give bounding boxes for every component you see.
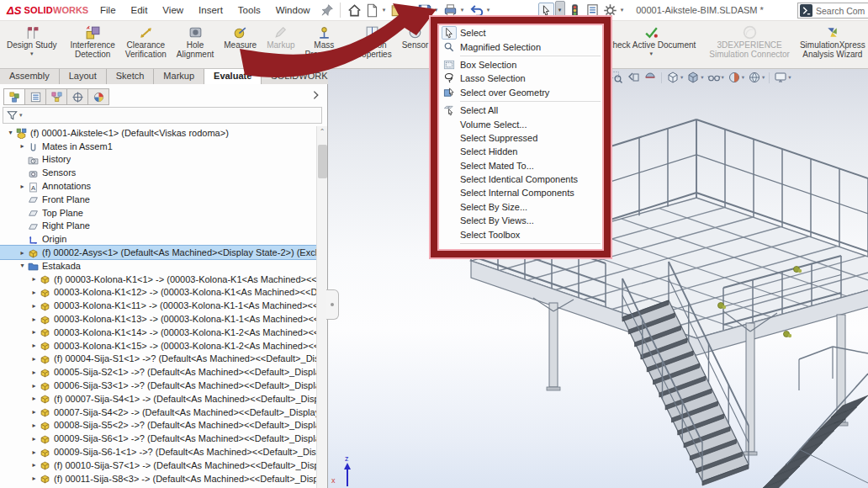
print-button[interactable]: ▾ [442,3,467,19]
file-properties-button[interactable] [585,3,601,19]
scrollbar-up-arrow[interactable]: ⌃ [317,126,327,138]
menu-tools[interactable]: Tools [230,0,268,20]
tab-sketch[interactable]: Sketch [107,69,155,84]
tree-expander-icon[interactable]: ▸ [29,369,40,376]
panel-tab-dimxpertmanager[interactable] [66,88,88,105]
new-document-button[interactable]: ▾ [364,3,389,19]
save-dropdown-arrow[interactable]: ▾ [432,7,441,13]
tree-item-f-00010-sija-s7-1-def[interactable]: ▸(f) 00010-Sija-S7<1> -> (Default<As Mac… [0,459,317,472]
tree-item-front-plane[interactable]: Front Plane [0,193,317,206]
panel-expand-chevron-icon[interactable] [310,89,322,101]
display-style-dropdown-arrow[interactable]: ▾ [701,74,703,81]
section-properties-button[interactable]: SectionProperties [348,24,397,59]
apply-scene-dropdown-arrow[interactable]: ▾ [762,74,765,81]
tree-expander-icon[interactable]: ▸ [29,342,40,349]
tree-item-origin[interactable]: Origin [0,232,317,246]
tree-expander-icon[interactable]: ▸ [29,328,40,336]
panel-splitter-handle[interactable] [326,289,339,320]
view-orientation-dropdown-arrow[interactable]: ▾ [680,74,683,81]
tree-expander-icon[interactable]: ▸ [29,316,40,323]
save-button[interactable]: ▾ [416,3,441,19]
scrollbar-thumb[interactable] [318,145,327,178]
tree-item-00003-kolona-k1-15-0000[interactable]: ▸00003-Kolona-K1<15> -> (00003-Kolona-K1… [0,339,317,353]
previous-view-button[interactable] [627,71,640,84]
tree-item-f-00007-sija-s4-1-def[interactable]: ▸(f) 00007-Sija-S4<1> -> (Default<As Mac… [0,392,317,406]
design-study-button[interactable]: Design Study▾ [2,24,61,57]
tree-expander-icon[interactable]: ▸ [17,249,28,257]
tree-item-f-00002-asys-1-default[interactable]: ▸(f) 00002-Asys<1> (Default<As Machined>… [0,246,317,259]
clearance-verification-button[interactable]: ClearanceVerification [120,24,172,59]
tree-item-history[interactable]: History [0,153,317,167]
tree-item-annotations[interactable]: ▸AAnnotations [0,179,317,193]
hole-alignment-button[interactable]: HoleAlignment [172,24,219,59]
tree-item-00003-kolona-k1-13-0000[interactable]: ▸00003-Kolona-K1<13> -> (00003-Kolona-K1… [0,312,317,326]
hide-show-items-dropdown-arrow[interactable]: ▾ [722,74,724,81]
simulationxpress-wizard-button[interactable]: SimulationXpressAnalysis Wizard [795,24,868,59]
tree-item-f-00001-aikstele-1-defa[interactable]: ▾(f) 00001-Aikstele<1> (Default<Viskas r… [0,126,317,140]
tree-expander-icon[interactable]: ▸ [29,422,40,429]
home-button[interactable] [347,3,363,19]
undo-button[interactable]: ▾ [468,3,493,19]
open-button[interactable]: ▾ [390,3,415,19]
view-settings-dropdown-arrow[interactable]: ▾ [788,74,791,81]
tree-item-mates-in-assem1[interactable]: ▸Mates in Assem1 [0,140,317,153]
sensor-button[interactable]: Sensor [397,24,434,50]
tab-assembly[interactable]: Assembly [0,69,60,84]
tree-item-right-plane[interactable]: Right Plane [0,220,317,233]
check-active-document-button[interactable]: Check Active Document▾ [601,24,701,57]
apply-scene-button[interactable]: ▾ [748,71,765,84]
tree-item-00003-kolona-k1-11-0000[interactable]: ▸00003-Kolona-K1<11> -> (00003-Kolona-K1… [0,299,317,312]
tree-item-00003-kolona-k1-12-0000[interactable]: ▸00003-Kolona-K1<12> -> (00003-Kolona-K1… [0,286,317,300]
tree-item-00008-sija-s5-2-defaul[interactable]: ▸00008-Sija-S5<2> ->? (Default<As Machin… [0,419,317,432]
tree-expander-icon[interactable]: ▾ [17,262,28,269]
tree-item-00003-kolona-k1-14-0000[interactable]: ▸00003-Kolona-K1<14> -> (00003-Kolona-K1… [0,326,317,339]
tree-item-top-plane[interactable]: Top Plane [0,206,317,220]
mass-properties-button[interactable]: MassProperties [300,24,349,59]
menu-window[interactable]: Window [268,0,318,20]
tree-item-f-00004-sija-s1-1-de[interactable]: ▸(f) 00004-Sija-S1<1> ->? (Default<As Ma… [0,353,317,366]
rebuild-button[interactable] [567,3,583,19]
new-document-dropdown-arrow[interactable]: ▾ [380,7,389,13]
view-settings-button[interactable]: ▾ [774,71,791,84]
undo-dropdown-arrow[interactable]: ▾ [484,7,493,13]
edit-appearance-button[interactable]: ▾ [728,71,744,84]
tab-evaluate[interactable]: Evaluate [204,69,262,84]
tree-expander-icon[interactable]: ▸ [17,142,28,150]
tree-item-f-00011-sija-s8-3-def[interactable]: ▸(f) 00011-Sija-S8<3> -> (Default<As Mac… [0,472,317,485]
tree-item-00006-sija-s3-1-defaul[interactable]: ▸00006-Sija-S3<1> ->? (Default<As Machin… [0,379,317,392]
tree-expander-icon[interactable]: ▸ [29,275,40,283]
print-dropdown-arrow[interactable]: ▾ [458,7,467,13]
hide-show-items-button[interactable]: ▾ [707,71,724,84]
tree-expander-icon[interactable]: ▸ [29,461,40,469]
tree-item-00009-sija-s6-1-defaul[interactable]: ▸00009-Sija-S6<1> ->? (Default<As Machin… [0,432,317,445]
tree-expander-icon[interactable]: ▸ [29,395,40,402]
view-orientation-button[interactable]: ▾ [666,71,683,84]
tree-expander-icon[interactable]: ▸ [29,435,40,443]
tree-expander-icon[interactable]: ▸ [29,355,40,363]
design-study-dropdown-arrow[interactable]: ▾ [30,50,34,57]
tree-expander-icon[interactable]: ▸ [29,448,40,456]
panel-tab-featuremanager[interactable] [3,88,25,105]
edit-appearance-dropdown-arrow[interactable]: ▾ [742,74,744,81]
menu-file[interactable]: File [93,0,124,20]
panel-tab-propertymanager[interactable] [24,88,46,105]
tab-layout[interactable]: Layout [60,69,107,84]
menu-edit[interactable]: Edit [124,0,156,20]
tree-expander-icon[interactable]: ▸ [29,302,40,310]
tree-item-00005-sija-s2-1-defaul[interactable]: ▸00005-Sija-S2<1> ->? (Default<As Machin… [0,365,317,379]
section-view-button[interactable] [643,71,657,84]
tree-item-00009-sija-s6-1-1-defa[interactable]: ▸00009-Sija-S6-1<1> ->? (Default<As Mach… [0,445,317,459]
tree-expander-icon[interactable]: ▸ [29,408,40,416]
panel-tab-configurationmanager[interactable] [45,88,67,105]
check-active-document-dropdown-arrow[interactable]: ▾ [649,50,653,57]
tree-filter-row[interactable]: ▾ [3,107,322,124]
zoom-area-button[interactable] [610,71,623,84]
display-style-button[interactable]: ▾ [686,71,703,84]
menu-view[interactable]: View [155,0,191,20]
tree-item-00007-sija-s4-2-default[interactable]: ▸00007-Sija-S4<2> -> (Default<As Machine… [0,406,317,419]
tree-expander-icon[interactable]: ▸ [29,289,40,296]
tree-item-f-00003-kolona-k1-1-0[interactable]: ▸(f) 00003-Kolona-K1<1> -> (00003-Kolona… [0,273,317,286]
interference-detection-button[interactable]: InterferenceDetection [65,24,119,59]
menu-insert[interactable]: Insert [191,0,230,20]
tree-expander-icon[interactable]: ▾ [5,129,16,136]
